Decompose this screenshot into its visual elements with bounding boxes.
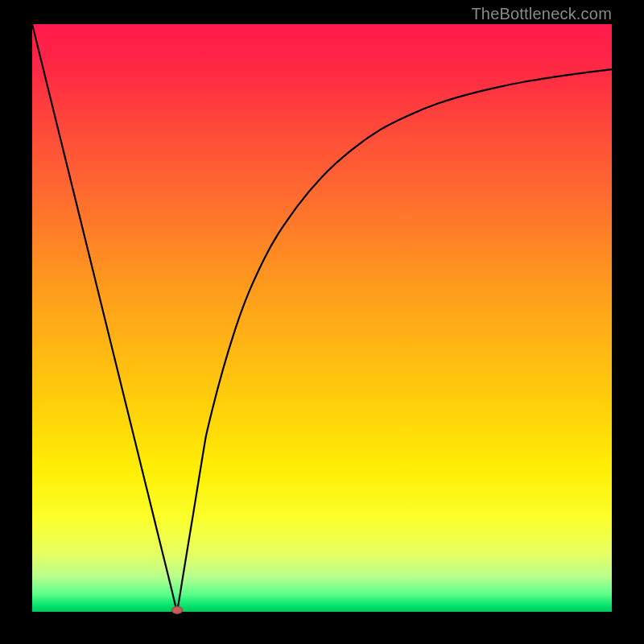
background-gradient <box>32 24 612 612</box>
minimum-marker <box>171 606 183 614</box>
chart-frame: TheBottleneck.com <box>0 0 644 644</box>
watermark-text: TheBottleneck.com <box>471 5 612 23</box>
plot-area <box>32 24 612 612</box>
